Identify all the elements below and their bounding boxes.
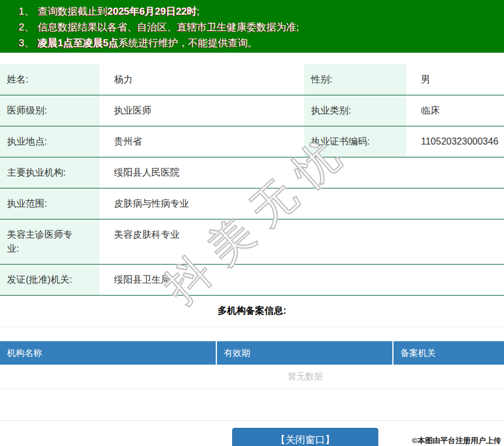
field-value-certificate-number: 110520323000346 (406, 126, 504, 157)
notice-text: 查询数据截止到 (37, 6, 107, 17)
field-label-name: 姓名: (0, 64, 99, 95)
table-row: 主要执业机构: 绥阳县人民医院 (0, 157, 504, 188)
notice-line-1: 1、查询数据截止到2025年6月29日22时; (0, 4, 504, 19)
notice-line-3: 3、凌晨1点至凌晨5点系统进行维护，不能提供查询。 (0, 35, 504, 51)
notice-number: 1、 (19, 6, 34, 17)
notice-text: ; (197, 6, 200, 17)
field-value-cosmetic-specialty: 美容皮肤科专业 (99, 219, 504, 264)
table-row: 姓名: 杨力 性别: 男 (0, 64, 504, 95)
table-row: 执业范围: 皮肤病与性病专业 (0, 188, 504, 219)
notice-text: 信息数据结果以各省、自治区、直辖市卫生健康委数据为准; (37, 22, 299, 33)
copyright-text: ©本图由平台注册用户上传 (412, 435, 501, 446)
field-value-doctor-level: 执业医师 (99, 95, 304, 126)
column-header-validity-period: 有效期 (217, 341, 393, 365)
field-label-practice-scope: 执业范围: (0, 188, 99, 219)
records-table-header: 机构名称 有效期 备案机关 (0, 341, 504, 365)
field-value-practice-location: 贵州省 (99, 126, 304, 157)
field-label-issuing-authority: 发证(批准)机关: (0, 265, 99, 295)
field-value-practice-scope: 皮肤病与性病专业 (99, 188, 504, 219)
field-value-issuing-authority: 绥阳县卫生局 (99, 265, 504, 295)
field-label-main-institution: 主要执业机构: (0, 157, 99, 188)
notice-text: 系统进行维护，不能提供查询。 (118, 37, 257, 49)
table-row: 医师级别: 执业医师 执业类别: 临床 (0, 95, 504, 126)
no-data-text: 暂无数据 (217, 365, 393, 389)
field-label-cosmetic-specialty: 美容主诊医师专业: (0, 219, 99, 264)
records-empty-row: 暂无数据 (0, 365, 504, 389)
field-value-name: 杨力 (99, 64, 304, 95)
field-label-practice-location: 执业地点: (0, 126, 99, 157)
column-header-record-authority: 备案机关 (393, 341, 504, 365)
field-label-doctor-level: 医师级别: (0, 95, 99, 126)
spacer (0, 327, 504, 341)
notice-text-bold: 凌晨1点至凌晨5点 (37, 37, 118, 49)
footer-bar: 【关闭窗口】 ©本图由平台注册用户上传 (0, 420, 504, 446)
notice-line-2: 2、信息数据结果以各省、自治区、直辖市卫生健康委数据为准; (0, 19, 504, 35)
notice-number: 2、 (19, 22, 34, 33)
table-row: 发证(批准)机关: 绥阳县卫生局 (0, 265, 504, 296)
field-label-practice-category: 执业类别: (304, 95, 406, 126)
practitioner-info-table: 姓名: 杨力 性别: 男 医师级别: 执业医师 执业类别: 临床 执业地点: 贵… (0, 64, 504, 296)
notice-text-bold: 2025年6月29日22时 (107, 6, 196, 17)
table-row: 执业地点: 贵州省 执业证书编码: 110520323000346 (0, 126, 504, 157)
field-value-main-institution: 绥阳县人民医院 (99, 157, 504, 188)
close-window-button[interactable]: 【关闭窗口】 (232, 428, 378, 446)
field-value-gender: 男 (406, 64, 504, 95)
table-row: 美容主诊医师专业: 美容皮肤科专业 (0, 219, 504, 265)
notice-number: 3、 (19, 37, 34, 49)
spacer (0, 365, 217, 389)
field-value-practice-category: 临床 (406, 95, 504, 126)
field-label-certificate-number: 执业证书编码: (304, 126, 406, 157)
section-title-multi-institution: 多机构备案信息: (0, 296, 504, 327)
notice-banner: 1、查询数据截止到2025年6月29日22时; 2、信息数据结果以各省、自治区、… (0, 0, 504, 53)
column-header-institution-name: 机构名称 (0, 341, 217, 365)
field-label-gender: 性别: (304, 64, 406, 95)
